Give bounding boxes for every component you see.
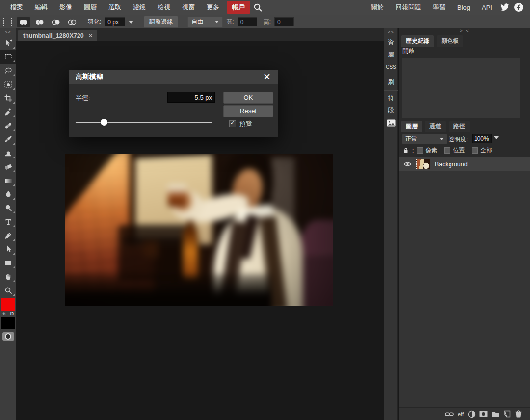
height-input[interactable] bbox=[274, 17, 294, 26]
layer-mask-icon[interactable] bbox=[479, 411, 488, 417]
blur-tool[interactable] bbox=[0, 187, 16, 201]
strip-tab-character[interactable]: 符 bbox=[384, 92, 398, 105]
zoom-tool[interactable] bbox=[0, 284, 16, 297]
hand-tool[interactable] bbox=[0, 270, 16, 284]
strip-tab-info[interactable]: 資 bbox=[384, 36, 398, 49]
radius-slider-handle[interactable] bbox=[101, 119, 107, 126]
menu-blog[interactable]: Blog bbox=[452, 2, 476, 13]
history-list-area[interactable] bbox=[402, 58, 520, 118]
menu-view[interactable]: 檢視 bbox=[152, 1, 176, 14]
radius-input[interactable] bbox=[167, 92, 215, 103]
delete-layer-icon[interactable] bbox=[515, 410, 522, 418]
path-select-tool[interactable] bbox=[0, 242, 16, 256]
menu-bar: 檔案 編輯 影像 圖層 選取 濾鏡 檢視 視窗 更多 帳戶 關於 回報問題 學習… bbox=[0, 0, 530, 15]
twitter-icon[interactable] bbox=[499, 1, 511, 13]
menu-more[interactable]: 更多 bbox=[201, 1, 225, 14]
strip-tab-brush[interactable]: 刷 bbox=[384, 77, 398, 89]
menu-select[interactable]: 選取 bbox=[103, 1, 127, 14]
gradient-tool[interactable] bbox=[0, 174, 16, 187]
rectangle-shape-tool[interactable] bbox=[0, 256, 16, 270]
menu-edit[interactable]: 編輯 bbox=[29, 1, 53, 14]
history-item-open[interactable]: 開啟 bbox=[402, 47, 415, 55]
menu-report-issue[interactable]: 回報問題 bbox=[390, 1, 426, 14]
background-color-swatch[interactable] bbox=[1, 317, 15, 329]
opacity-input[interactable] bbox=[472, 134, 492, 143]
menu-api[interactable]: API bbox=[477, 2, 498, 13]
move-tool[interactable] bbox=[0, 36, 16, 50]
feather-dropdown-arrow-icon[interactable] bbox=[129, 21, 133, 24]
preview-label: 預覽 bbox=[239, 119, 252, 128]
new-group-folder-icon[interactable] bbox=[492, 411, 500, 417]
layer-list[interactable]: Background bbox=[399, 157, 530, 407]
menu-about[interactable]: 關於 bbox=[366, 1, 389, 14]
strip-tab-properties[interactable]: 屬 bbox=[384, 49, 398, 61]
pen-tool[interactable] bbox=[0, 229, 16, 242]
adjustment-layer-icon[interactable] bbox=[468, 410, 476, 418]
brush-tool[interactable] bbox=[0, 132, 16, 146]
facebook-icon[interactable] bbox=[512, 1, 525, 13]
layers-controls: 正常 透明度: : 像素 位置 全部 bbox=[399, 132, 530, 156]
blend-mode-select[interactable]: 正常 bbox=[402, 134, 447, 144]
preview-checkbox[interactable] bbox=[229, 120, 236, 127]
selection-intersect-button[interactable] bbox=[66, 17, 79, 27]
object-select-tool[interactable] bbox=[0, 78, 16, 91]
document-tab[interactable]: thumbnail_1280X720 × bbox=[18, 30, 97, 41]
menu-file[interactable]: 檔案 bbox=[5, 1, 28, 14]
selection-subtract-button[interactable] bbox=[50, 17, 62, 27]
refine-edge-button[interactable]: 調整邊緣 bbox=[144, 16, 178, 28]
reset-button[interactable]: Reset bbox=[223, 105, 273, 117]
width-input[interactable] bbox=[238, 17, 257, 26]
selection-add-button[interactable] bbox=[33, 17, 46, 27]
default-colors-button[interactable]: D bbox=[10, 311, 14, 316]
swap-colors-icon[interactable]: ⇅ bbox=[2, 312, 6, 316]
ok-button[interactable]: OK bbox=[223, 92, 273, 104]
menu-learn[interactable]: 學習 bbox=[427, 1, 451, 14]
dodge-tool[interactable] bbox=[0, 201, 16, 215]
selection-new-button[interactable] bbox=[17, 17, 30, 27]
layer-row-background[interactable]: Background bbox=[399, 157, 530, 171]
opacity-dropdown-arrow-icon[interactable] bbox=[494, 136, 499, 139]
strip-tab-paragraph[interactable]: 段 bbox=[384, 105, 398, 117]
menu-filter[interactable]: 濾鏡 bbox=[128, 1, 151, 14]
strip-tab-css[interactable]: CSS bbox=[384, 61, 398, 73]
tab-swatches[interactable]: 顏色板 bbox=[437, 35, 463, 47]
rectangle-select-tool[interactable] bbox=[0, 50, 16, 64]
menu-layer[interactable]: 圖層 bbox=[79, 1, 102, 14]
radius-slider[interactable] bbox=[76, 122, 212, 123]
menu-account[interactable]: 帳戶 bbox=[227, 1, 250, 14]
foreground-color-swatch[interactable] bbox=[1, 298, 15, 311]
document-tab-close-icon[interactable]: × bbox=[89, 32, 93, 39]
spot-heal-tool[interactable] bbox=[0, 119, 16, 132]
layer-visibility-eye-icon[interactable] bbox=[403, 161, 412, 167]
menu-image[interactable]: 影像 bbox=[54, 1, 78, 14]
layer-effects-button[interactable]: eff bbox=[458, 411, 464, 417]
tab-paths[interactable]: 路徑 bbox=[449, 121, 470, 132]
open-document-canvas[interactable] bbox=[65, 154, 333, 306]
search-icon[interactable] bbox=[251, 1, 264, 13]
eyedropper-tool[interactable] bbox=[0, 105, 16, 119]
lock-position-checkbox[interactable] bbox=[444, 147, 450, 154]
type-tool[interactable] bbox=[0, 215, 16, 229]
quick-mask-button[interactable] bbox=[2, 332, 14, 341]
crop-tool[interactable] bbox=[0, 91, 16, 105]
menu-window[interactable]: 視窗 bbox=[177, 1, 200, 14]
tab-history[interactable]: 歷史紀錄 bbox=[401, 35, 434, 47]
dialog-title-bar[interactable]: 高斯模糊 ✕ bbox=[69, 70, 278, 84]
dialog-close-icon[interactable]: ✕ bbox=[263, 72, 271, 81]
right-panel-strip: <> 資 屬 CSS 刷 符 段 bbox=[384, 28, 398, 420]
constraint-mode-select[interactable]: 自由 bbox=[187, 17, 223, 27]
eraser-tool[interactable] bbox=[0, 160, 16, 174]
lasso-select-tool[interactable] bbox=[0, 64, 16, 78]
tab-channels[interactable]: 通道 bbox=[425, 121, 446, 132]
left-toolbar-collapse[interactable]: >< bbox=[5, 28, 11, 36]
clone-stamp-tool[interactable] bbox=[0, 146, 16, 160]
feather-input[interactable] bbox=[105, 17, 125, 26]
right-strip-collapse[interactable]: <> bbox=[388, 28, 394, 36]
lock-pixels-checkbox[interactable] bbox=[417, 147, 423, 154]
lock-all-checkbox[interactable] bbox=[472, 147, 478, 154]
new-layer-icon[interactable] bbox=[504, 410, 511, 418]
strip-tab-image-icon[interactable] bbox=[384, 117, 398, 129]
right-panel-collapse[interactable]: > < bbox=[399, 28, 530, 35]
tab-layers[interactable]: 圖層 bbox=[401, 121, 422, 132]
link-layers-icon[interactable] bbox=[445, 411, 454, 417]
